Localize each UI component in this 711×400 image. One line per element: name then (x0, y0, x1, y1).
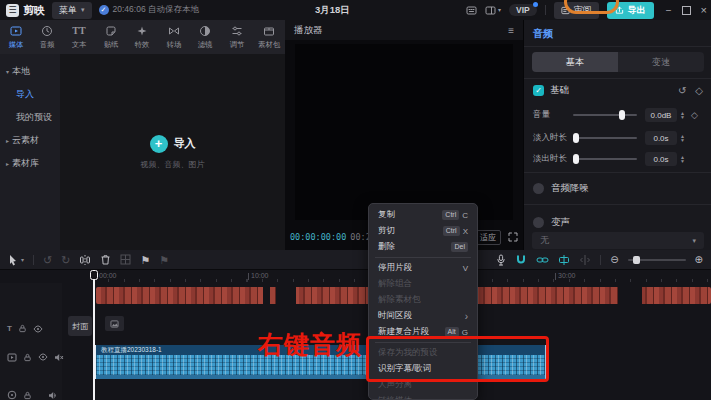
speaker-icon[interactable] (48, 391, 58, 400)
fullscreen-icon[interactable] (508, 232, 518, 242)
tab-transition[interactable]: 转场 (158, 20, 190, 54)
sidebar-group-cloud[interactable]: ▸ 云素材 (0, 129, 60, 152)
zoom-out-icon[interactable]: ⊖ (610, 254, 618, 266)
tab-adjust[interactable]: 调节 (221, 20, 253, 54)
stepper-control[interactable]: ▲▼ (680, 111, 685, 119)
sidebar-group-library[interactable]: ▸ 素材库 (0, 152, 60, 175)
menu-item-unpack-material: 解除素材包 (369, 292, 477, 308)
lock-icon[interactable] (23, 391, 32, 400)
lock-icon[interactable] (18, 324, 27, 333)
triangle-right-icon: ▸ (6, 137, 9, 144)
audio-icon (41, 25, 53, 37)
volume-slider[interactable] (573, 114, 637, 116)
divider (600, 255, 601, 265)
select-tool-button[interactable]: ▾ (8, 254, 24, 266)
sidebar-item-import[interactable]: 导入 (0, 83, 60, 106)
stepper-control[interactable]: ▲▼ (680, 155, 685, 163)
undo-button[interactable]: ↺ (43, 254, 52, 266)
menu-button-label: 菜单 (59, 4, 77, 17)
marker-flag-button[interactable]: ⚑ (140, 254, 150, 266)
cover-button[interactable]: 封面 (68, 316, 92, 336)
playhead[interactable] (93, 270, 95, 400)
video-track-header (0, 347, 62, 367)
slider-thumb[interactable] (573, 154, 579, 164)
zoom-in-icon[interactable]: ⊕ (695, 254, 703, 266)
basic-section-checkbox[interactable]: ✓ (533, 85, 544, 96)
divider (33, 255, 34, 265)
close-button[interactable]: × (701, 4, 707, 16)
divider (524, 46, 711, 47)
record-mic-button[interactable] (496, 254, 506, 266)
redo-button[interactable]: ↻ (61, 254, 70, 266)
chevron-down-icon: ▾ (81, 6, 85, 14)
current-timecode: 00:00:00:00 (290, 232, 346, 242)
delete-button[interactable] (100, 254, 111, 266)
layout-switch-icon[interactable]: ▾ (485, 5, 501, 16)
fade-in-slider[interactable] (573, 137, 637, 139)
video-clip[interactable] (105, 316, 124, 331)
menu-item-disable-clip[interactable]: 停用片段 V (369, 260, 477, 276)
split-button[interactable] (79, 254, 91, 266)
sidebar-item-presets[interactable]: 我的预设 (0, 106, 60, 129)
noise-reduction-checkbox[interactable] (533, 183, 544, 194)
reset-icon[interactable]: ↺ (678, 85, 686, 96)
marker-flag-disabled-button[interactable]: ⚑ (159, 254, 169, 266)
capcut-logo-icon: ☰ (6, 4, 19, 17)
menu-item-delete[interactable]: 删除 Del (369, 239, 477, 255)
fade-out-value[interactable]: 0.0s (645, 152, 677, 166)
fit-dropdown[interactable]: 适应 (475, 230, 501, 245)
subtab-speed[interactable]: 变速 (618, 52, 704, 72)
menu-item-cut[interactable]: 剪切 CtrlX (369, 223, 477, 239)
mosaic-button[interactable] (120, 254, 131, 266)
shortcut-panel-icon[interactable] (466, 5, 477, 16)
preview-axis-toggle[interactable] (558, 254, 570, 266)
sidebar-group-local[interactable]: ▾ 本地 (0, 60, 60, 83)
keyframe-diamond-icon[interactable]: ◇ (691, 110, 698, 120)
eye-icon[interactable] (38, 353, 48, 361)
snap-magnet-toggle[interactable] (515, 254, 527, 266)
slider-thumb[interactable] (573, 133, 579, 143)
autosave-status: ✓ 20:46:06 自动保存本地 (99, 4, 199, 16)
menu-button[interactable]: 菜单 ▾ (52, 2, 92, 19)
inspector-tab-audio[interactable]: 音频 (533, 27, 553, 41)
voice-change-checkbox[interactable] (533, 217, 544, 228)
fade-out-slider[interactable] (573, 158, 637, 160)
tab-text[interactable]: TT 文本 (63, 20, 95, 54)
slider-thumb[interactable] (619, 110, 625, 120)
maximize-button[interactable] (682, 6, 691, 15)
minimize-button[interactable]: − (666, 5, 672, 16)
noise-reduction-label: 音频降噪 (551, 182, 589, 195)
split-view-button[interactable] (579, 254, 591, 266)
stepper-control[interactable]: ▲▼ (680, 134, 685, 142)
player-menu-icon[interactable]: ≡ (508, 25, 514, 36)
mute-speaker-icon[interactable] (54, 353, 64, 362)
autosave-text: 20:46:06 自动保存本地 (113, 4, 199, 16)
fade-in-value[interactable]: 0.0s (645, 131, 677, 145)
tab-media[interactable]: 媒体 (0, 20, 32, 54)
menu-item-time-section[interactable]: 时间区段 › (369, 308, 477, 324)
tab-material-pack[interactable]: 素材包 (253, 20, 285, 54)
keyframe-diamond-icon[interactable]: ◇ (695, 85, 703, 96)
adjust-icon (231, 25, 243, 37)
vip-badge[interactable]: VIP (509, 4, 537, 16)
import-dropzone[interactable]: + 导入 视频、音频、图片 (60, 54, 285, 250)
playhead-handle[interactable] (90, 270, 98, 280)
tab-sticker[interactable]: 贴纸 (95, 20, 127, 54)
voice-effect-dropdown[interactable]: 无 ▾ (532, 232, 704, 249)
timeline-zoom-slider[interactable] (628, 259, 686, 261)
menu-item-copy[interactable]: 复制 CtrlC (369, 207, 477, 223)
slider-thumb[interactable] (633, 256, 640, 264)
volume-value[interactable]: 0.0dB (645, 108, 677, 122)
voice-change-label: 变声 (551, 216, 570, 229)
link-preview-toggle[interactable] (536, 254, 549, 266)
tab-filter[interactable]: 滤镜 (190, 20, 222, 54)
lock-icon[interactable] (23, 353, 32, 362)
menu-item-link-media: 链接媒体 (369, 393, 477, 400)
eye-icon[interactable] (33, 325, 43, 333)
tab-audio[interactable]: 音频 (32, 20, 64, 54)
subtab-basic[interactable]: 基本 (532, 52, 618, 72)
player-viewport[interactable] (295, 44, 513, 220)
tab-effects[interactable]: 特效 (126, 20, 158, 54)
inspector-panel: 音频 基本 变速 ✓ 基础 ↺ ◇ 音量 0.0dB ▲▼ ◇ 淡入时长 0.0… (523, 20, 711, 250)
import-hint: 视频、音频、图片 (141, 159, 205, 170)
